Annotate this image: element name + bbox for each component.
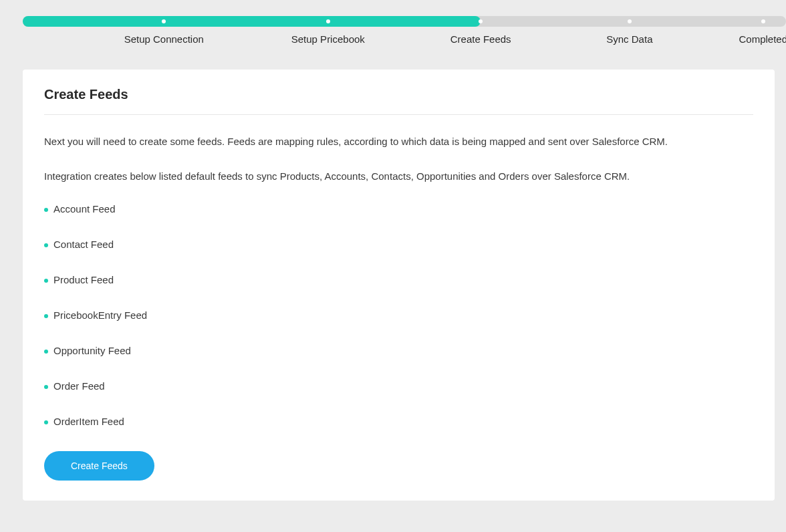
list-item: Contact Feed — [44, 239, 753, 250]
card-paragraph-1: Next you will need to create some feeds.… — [44, 134, 753, 150]
list-item: OrderItem Feed — [44, 416, 753, 427]
progress-label-1: Setup Pricebook — [291, 33, 365, 45]
progress-label-3: Sync Data — [606, 33, 652, 45]
card-title: Create Feeds — [44, 87, 753, 115]
list-item: Account Feed — [44, 203, 753, 215]
progress-dot-0 — [162, 19, 166, 23]
list-item: PricebookEntry Feed — [44, 309, 753, 321]
progress-dots — [23, 16, 786, 27]
progress-label-4: Completed — [739, 33, 786, 45]
card-body: Next you will need to create some feeds.… — [44, 115, 753, 481]
progress-dot-3 — [628, 19, 632, 23]
card-paragraph-2: Integration creates below listed default… — [44, 168, 753, 184]
create-feeds-card: Create Feeds Next you will need to creat… — [23, 70, 775, 501]
progress-label-0: Setup Connection — [124, 33, 204, 45]
progress-labels: Setup ConnectionSetup PricebookCreate Fe… — [23, 33, 786, 49]
list-item: Product Feed — [44, 274, 753, 285]
progress-bar-track — [23, 16, 786, 27]
progress-label-2: Create Feeds — [450, 33, 511, 45]
progress-dot-4 — [761, 19, 765, 23]
create-feeds-button[interactable]: Create Feeds — [44, 451, 154, 481]
list-item: Opportunity Feed — [44, 345, 753, 356]
progress-stepper: Setup ConnectionSetup PricebookCreate Fe… — [23, 16, 786, 49]
default-feeds-list: Account FeedContact FeedProduct FeedPric… — [44, 203, 753, 427]
progress-dot-2 — [479, 19, 483, 23]
list-item: Order Feed — [44, 380, 753, 392]
progress-dot-1 — [326, 19, 330, 23]
